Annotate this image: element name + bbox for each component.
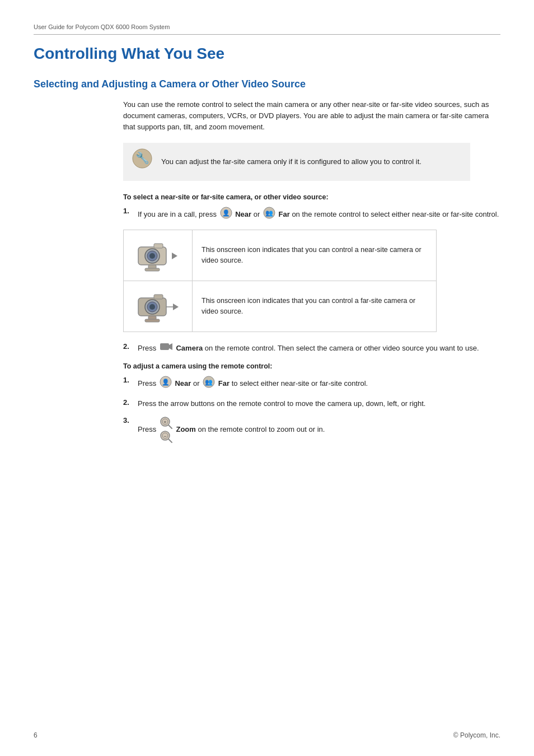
near-label: Near bbox=[235, 210, 251, 218]
step-adjust-1-text-before: Press bbox=[138, 379, 156, 387]
step-select-2: 2. Press Camera on the remote control. T… bbox=[123, 342, 500, 354]
section-title: Selecting and Adjusting a Camera or Othe… bbox=[34, 78, 500, 90]
svg-point-17 bbox=[149, 304, 155, 310]
near-label-2: Near bbox=[175, 379, 191, 387]
step-select-2-text-after: on the remote control. Then select the c… bbox=[205, 343, 479, 352]
far-label-1: Far bbox=[279, 210, 290, 218]
or-text-1: or bbox=[254, 210, 260, 218]
far-camera-icon-cell bbox=[124, 281, 193, 332]
note-text: You can adjust the far-site camera only … bbox=[161, 156, 421, 167]
svg-rect-20 bbox=[154, 295, 163, 299]
page-number: 6 bbox=[34, 731, 38, 739]
step-select-1: 1. If you are in a call, press 👤 Near or… bbox=[123, 207, 500, 222]
far-camera-svg bbox=[133, 287, 183, 326]
svg-line-35 bbox=[168, 439, 172, 442]
step-adjust-3-number: 3. bbox=[123, 416, 133, 424]
intro-block: You can use the remote control to select… bbox=[123, 99, 500, 133]
step-adjust-1: 1. Press 👤 Near or 👥 Far to select eithe… bbox=[123, 376, 500, 391]
step-select-1-text-before: If you are in a call, press bbox=[138, 210, 217, 218]
near-camera-description: This onscreen icon indicates that you ca… bbox=[193, 230, 437, 281]
camera-button-icon bbox=[160, 342, 173, 354]
svg-text:👥: 👥 bbox=[205, 378, 213, 386]
step-adjust-1-number: 1. bbox=[123, 376, 133, 384]
far-label-2: Far bbox=[218, 379, 229, 387]
zoom-label: Zoom bbox=[176, 425, 195, 433]
procedure-select-heading: To select a near-site or far-site camera… bbox=[123, 193, 500, 201]
or-text-2: or bbox=[193, 379, 200, 387]
svg-rect-23 bbox=[160, 343, 169, 350]
svg-text:−: − bbox=[163, 433, 166, 439]
svg-text:👤: 👤 bbox=[222, 209, 230, 217]
header: User Guide for Polycom QDX 6000 Room Sys… bbox=[34, 22, 500, 35]
step-select-2-content: Press Camera on the remote control. Then… bbox=[138, 342, 479, 354]
svg-point-9 bbox=[149, 253, 155, 259]
page: User Guide for Polycom QDX 6000 Room Sys… bbox=[0, 0, 534, 756]
main-title: Controlling What You See bbox=[34, 45, 500, 63]
far-button-icon-2: 👥 bbox=[203, 376, 215, 391]
zoom-icon-top: + bbox=[160, 416, 173, 430]
near-camera-svg bbox=[133, 236, 183, 275]
svg-rect-11 bbox=[145, 268, 160, 271]
table-row: This onscreen icon indicates that you ca… bbox=[124, 230, 437, 281]
step-adjust-3-text-before: Press bbox=[138, 425, 156, 433]
step-adjust-2: 2. Press the arrow buttons on the remote… bbox=[123, 398, 500, 409]
step-select-2-number: 2. bbox=[123, 342, 133, 351]
near-camera-icon-cell bbox=[124, 230, 193, 281]
step-select-1-text-after: on the remote control to select either n… bbox=[292, 210, 499, 218]
copyright: © Polycom, Inc. bbox=[453, 731, 500, 739]
step-select-2-text-before: Press bbox=[138, 343, 156, 352]
svg-text:+: + bbox=[163, 419, 166, 425]
camera-table: This onscreen icon indicates that you ca… bbox=[123, 230, 437, 332]
svg-text:👥: 👥 bbox=[265, 209, 273, 217]
table-row: This onscreen icon indicates that you ca… bbox=[124, 281, 437, 332]
svg-rect-19 bbox=[145, 319, 160, 322]
near-button-icon: 👤 bbox=[220, 207, 232, 222]
svg-marker-13 bbox=[172, 253, 177, 259]
step-select-1-number: 1. bbox=[123, 207, 133, 215]
svg-marker-24 bbox=[169, 343, 172, 350]
svg-line-31 bbox=[168, 425, 172, 428]
near-button-icon-2: 👤 bbox=[160, 376, 172, 391]
footer: 6 © Polycom, Inc. bbox=[34, 731, 500, 739]
note-icon: 🔧 bbox=[132, 148, 152, 175]
intro-text: You can use the remote control to select… bbox=[123, 99, 500, 133]
note-box: 🔧 You can adjust the far-site camera onl… bbox=[123, 143, 470, 181]
step-select-1-content: If you are in a call, press 👤 Near or 👥 … bbox=[138, 207, 499, 222]
svg-rect-12 bbox=[154, 244, 163, 248]
zoom-icon-bottom: − bbox=[160, 430, 173, 444]
note-svg-icon: 🔧 bbox=[132, 148, 152, 169]
procedure-adjust-heading: To adjust a camera using the remote cont… bbox=[123, 362, 500, 370]
step-adjust-1-content: Press 👤 Near or 👥 Far to select either n… bbox=[138, 376, 368, 391]
camera-label: Camera bbox=[176, 343, 203, 352]
step-adjust-3: 3. Press + − Zoom on the remote co bbox=[123, 416, 500, 444]
step-adjust-3-content: Press + − Zoom on the remote control to … bbox=[138, 416, 325, 444]
header-label: User Guide for Polycom QDX 6000 Room Sys… bbox=[34, 24, 170, 30]
svg-marker-21 bbox=[173, 304, 179, 310]
far-camera-description: This onscreen icon indicates that you ca… bbox=[193, 281, 437, 332]
step-adjust-2-content: Press the arrow buttons on the remote co… bbox=[138, 398, 425, 409]
zoom-icon-stack: + − bbox=[160, 416, 173, 444]
step-adjust-1-text-after: to select either near-site or far-site c… bbox=[232, 379, 368, 387]
step-adjust-3-text-after: on the remote control to zoom out or in. bbox=[198, 425, 325, 433]
svg-text:👤: 👤 bbox=[162, 378, 170, 386]
step-adjust-2-number: 2. bbox=[123, 398, 133, 407]
svg-text:🔧: 🔧 bbox=[135, 151, 149, 165]
far-button-icon: 👥 bbox=[263, 207, 275, 222]
